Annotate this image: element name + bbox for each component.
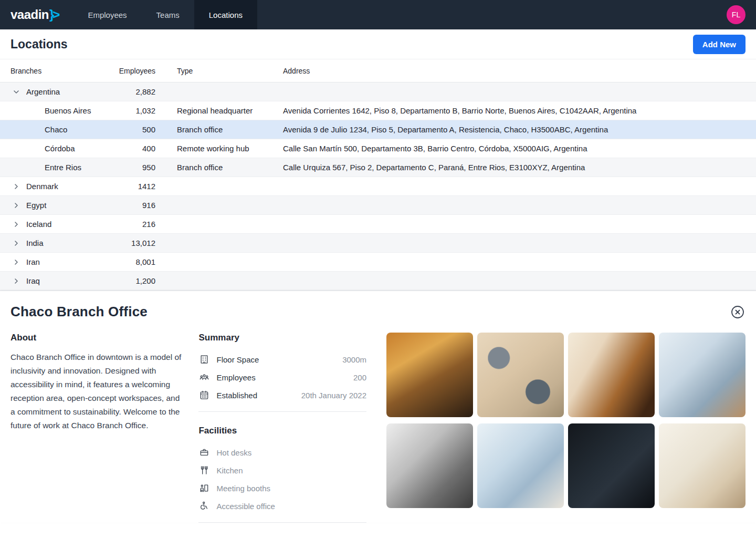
branch-type: Regional headquarter — [155, 106, 261, 115]
office-photo-6[interactable] — [477, 423, 564, 508]
facility-meeting-booths: Meeting booths — [198, 479, 366, 497]
meeting-booth-icon — [198, 483, 210, 493]
facilities-heading: Facilities — [198, 426, 366, 436]
main-nav: Employees Teams Locations — [73, 0, 257, 29]
employee-count: 216 — [92, 220, 155, 229]
chevron-right-icon[interactable] — [10, 219, 22, 230]
branch-type: Branch office — [155, 125, 261, 134]
branch-name: Iceland — [26, 220, 51, 229]
detail-title: Chaco Branch Office — [10, 304, 148, 320]
building-icon — [198, 354, 210, 365]
table-row-cordoba[interactable]: Córdoba 400 Remote working hub Calle San… — [0, 139, 756, 158]
facility-kitchen: Kitchen — [198, 461, 366, 479]
cutlery-icon — [198, 465, 210, 475]
table-row-iraq[interactable]: Iraq 1,200 — [0, 272, 756, 291]
vaadin-logo[interactable]: vaadin }> — [0, 7, 73, 22]
office-photo-2[interactable] — [477, 333, 564, 417]
facility-hot-desks: Hot desks — [198, 443, 366, 461]
branch-name: India — [26, 239, 44, 247]
table-row-buenos-aires[interactable]: Buenos Aires 1,032 Regional headquarter … — [0, 101, 756, 120]
calendar-icon — [198, 390, 210, 400]
employee-count: 1412 — [92, 182, 155, 191]
facility-accessible-office: Accessible office — [198, 497, 366, 515]
office-photo-7[interactable] — [568, 423, 655, 508]
chevron-right-icon[interactable] — [10, 181, 22, 192]
people-icon — [198, 372, 210, 382]
table-row-iran[interactable]: Iran 8,001 — [0, 253, 756, 272]
branch-address: Calle Urquiza 567, Piso 2, Departamento … — [261, 163, 756, 172]
nav-item-employees[interactable]: Employees — [73, 0, 141, 29]
branch-address: Calle San Martín 500, Departamento 3B, B… — [261, 144, 756, 153]
summary-label: Employees — [216, 373, 255, 382]
chevron-right-icon[interactable] — [10, 256, 22, 268]
facilities-section: Facilities Hot desks — [198, 426, 366, 523]
facilities-divider — [198, 522, 366, 523]
page-title: Locations — [10, 37, 68, 51]
summary-row-employees: Employees 200 — [198, 368, 366, 386]
office-photo-5[interactable] — [386, 423, 473, 508]
about-heading: About — [10, 333, 186, 343]
table-row-iceland[interactable]: Iceland 216 — [0, 215, 756, 234]
table-row-denmark[interactable]: Denmark 1412 — [0, 177, 756, 196]
facility-label: Meeting booths — [216, 484, 270, 493]
branch-name: Egypt — [26, 201, 46, 210]
branch-name: Denmark — [26, 182, 58, 191]
facility-label: Kitchen — [216, 466, 243, 475]
office-photo-8[interactable] — [659, 423, 746, 508]
chevron-right-icon[interactable] — [10, 275, 22, 287]
app-navbar: vaadin }> Employees Teams Locations FL — [0, 0, 756, 29]
logo-word: vaadin — [10, 7, 49, 22]
employee-count: 1,200 — [92, 276, 155, 285]
branch-name: Buenos Aires — [45, 106, 91, 115]
employee-count: 13,012 — [92, 239, 155, 247]
employee-count: 950 — [92, 163, 155, 172]
branch-type: Remote working hub — [155, 144, 261, 153]
column-header-employees[interactable]: Employees — [92, 67, 155, 75]
nav-item-teams[interactable]: Teams — [142, 0, 194, 29]
branch-name: Chaco — [45, 125, 67, 134]
branch-name: Argentina — [26, 87, 60, 96]
detail-header: Chaco Branch Office — [10, 291, 746, 320]
table-row-india[interactable]: India 13,012 — [0, 234, 756, 253]
employee-count: 500 — [92, 125, 155, 134]
table-row-argentina[interactable]: Argentina 2,882 — [0, 82, 756, 101]
summary-row-established: Established 20th January 2022 — [198, 386, 366, 404]
table-row-egypt[interactable]: Egypt 916 — [0, 196, 756, 215]
nav-item-locations[interactable]: Locations — [194, 0, 257, 29]
column-header-type[interactable]: Type — [155, 67, 261, 75]
chevron-right-icon[interactable] — [10, 237, 22, 249]
summary-heading: Summary — [198, 333, 366, 343]
column-header-branches[interactable]: Branches — [0, 67, 92, 75]
branch-name: Entre Rios — [45, 163, 81, 172]
close-icon[interactable] — [730, 304, 746, 320]
employee-count: 400 — [92, 144, 155, 153]
chevron-right-icon[interactable] — [10, 200, 22, 211]
branch-name: Iraq — [26, 276, 40, 285]
summary-section: Summary Floor Space 3000m — [198, 333, 366, 412]
wheelchair-icon — [198, 501, 210, 511]
table-row-chaco[interactable]: Chaco 500 Branch office Avenida 9 de Jul… — [0, 120, 756, 139]
employee-count: 2,882 — [92, 87, 155, 96]
office-photo-3[interactable] — [568, 333, 655, 417]
add-new-button[interactable]: Add New — [693, 35, 746, 54]
page-header: Locations Add New — [0, 29, 756, 59]
office-photo-4[interactable] — [659, 333, 746, 417]
summary-row-floor-space: Floor Space 3000m — [198, 350, 366, 368]
chevron-down-icon[interactable] — [10, 86, 22, 98]
employee-count: 8,001 — [92, 257, 155, 266]
user-avatar[interactable]: FL — [727, 5, 746, 24]
column-header-address[interactable]: Address — [261, 67, 756, 75]
summary-divider — [198, 411, 366, 412]
branch-name: Iran — [26, 257, 40, 266]
summary-value: 3000m — [342, 355, 366, 364]
branch-name: Córdoba — [45, 144, 75, 153]
office-photo-gallery — [386, 333, 746, 508]
branch-type: Branch office — [155, 163, 261, 172]
facility-label: Hot desks — [216, 448, 251, 457]
about-text: Chaco Branch Office in downtown is a mod… — [10, 350, 186, 432]
office-photo-1[interactable] — [386, 333, 473, 417]
branch-address: Avenida Corrientes 1642, Piso 8, Departa… — [261, 106, 756, 115]
summary-label: Floor Space — [216, 355, 259, 364]
table-row-entre-rios[interactable]: Entre Rios 950 Branch office Calle Urqui… — [0, 158, 756, 177]
summary-facilities-column: Summary Floor Space 3000m — [198, 333, 366, 523]
